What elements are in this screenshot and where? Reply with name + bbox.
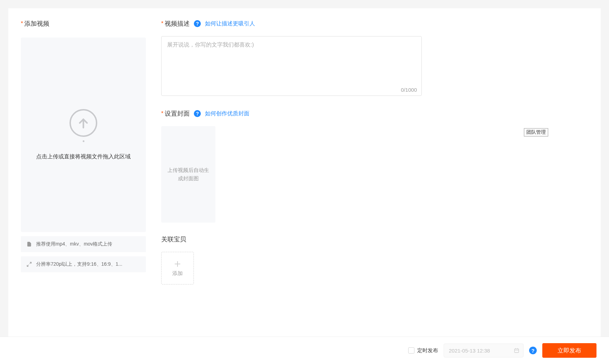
publish-button[interactable]: 立即发布: [542, 343, 596, 358]
upload-instruction-text: 点击上传或直接将视频文件拖入此区域: [29, 153, 138, 160]
format-info-text: 推荐使用mp4、mkv、mov格式上传: [36, 241, 112, 247]
schedule-date-input[interactable]: [444, 344, 524, 357]
svg-line-1: [30, 262, 31, 264]
cover-placeholder-area[interactable]: 上传视频后自动生成封面图: [161, 126, 215, 223]
required-asterisk: *: [161, 110, 163, 117]
description-textarea[interactable]: [161, 36, 422, 96]
schedule-checkbox[interactable]: [408, 347, 414, 354]
add-video-label: * 添加视频: [21, 19, 146, 28]
resolution-info-text: 分辨率720pl以上，支持9:16、16:9、1...: [36, 261, 122, 267]
required-asterisk: *: [161, 20, 163, 27]
cover-help-link[interactable]: 如何创作优质封面: [205, 110, 249, 117]
required-asterisk: *: [21, 20, 23, 27]
related-title: 关联宝贝: [161, 235, 422, 243]
content-area: * 添加视频 点击上传或直接将视频文件拖入此区域 推荐使用m: [8, 8, 601, 338]
cover-label: * 设置封面: [161, 109, 190, 118]
cover-title: 设置封面: [165, 109, 190, 118]
description-label: * 视频描述: [161, 19, 190, 28]
help-icon[interactable]: ?: [194, 110, 201, 117]
description-title: 视频描述: [165, 19, 190, 28]
description-textarea-wrapper: 0/1000: [161, 36, 422, 97]
right-column: * 视频描述 ? 如何让描述更吸引人 0/1000 * 设置封面 ? 如何创作优…: [161, 19, 422, 310]
cover-header: * 设置封面 ? 如何创作优质封面: [161, 109, 422, 118]
resolution-info-box: 分辨率720pl以上，支持9:16、16:9、1...: [21, 256, 146, 272]
description-help-link[interactable]: 如何让描述更吸引人: [205, 20, 255, 27]
footer-bar: 定时发布 ? 立即发布: [0, 337, 609, 364]
related-section: 关联宝贝 添加: [161, 235, 422, 284]
upload-icon-circle: [69, 109, 97, 137]
expand-icon: [26, 262, 32, 267]
svg-line-2: [27, 265, 29, 266]
format-info-box: 推荐使用mp4、mkv、mov格式上传: [21, 236, 146, 252]
plus-icon: [173, 260, 182, 268]
date-input-wrapper: [444, 344, 524, 357]
schedule-label: 定时发布: [417, 347, 438, 354]
add-video-title: 添加视频: [24, 19, 49, 28]
calendar-icon: [514, 348, 519, 353]
schedule-checkbox-wrapper: 定时发布: [408, 347, 438, 354]
page-container: * 添加视频 点击上传或直接将视频文件拖入此区域 推荐使用m: [0, 0, 609, 364]
video-upload-area[interactable]: 点击上传或直接将视频文件拖入此区域: [21, 38, 146, 232]
char-counter: 0/1000: [401, 87, 417, 93]
add-related-item-button[interactable]: 添加: [161, 252, 194, 284]
cover-placeholder-text: 上传视频后自动生成封面图: [161, 166, 215, 183]
add-text: 添加: [172, 270, 183, 277]
help-icon[interactable]: ?: [194, 20, 201, 27]
description-header: * 视频描述 ? 如何让描述更吸引人: [161, 19, 422, 28]
upload-dot-icon: [83, 140, 84, 142]
team-management-badge[interactable]: 团队管理: [524, 128, 548, 136]
left-column: * 添加视频 点击上传或直接将视频文件拖入此区域 推荐使用m: [21, 19, 146, 310]
upload-arrow-icon: [77, 117, 90, 129]
file-icon: [26, 241, 32, 247]
footer-help-icon[interactable]: ?: [529, 347, 537, 354]
svg-rect-5: [515, 349, 519, 353]
